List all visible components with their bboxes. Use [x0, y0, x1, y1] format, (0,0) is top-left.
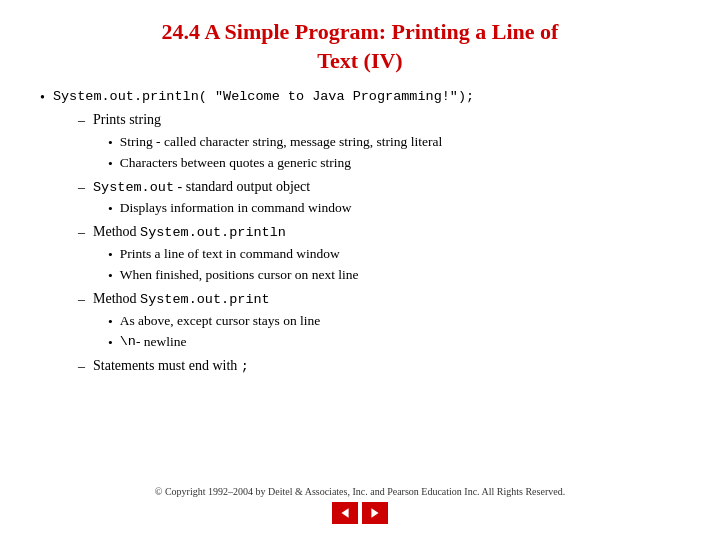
println-mono: System.out.println — [140, 225, 286, 240]
newline-mono: \n — [120, 333, 136, 352]
sub-sub-item: • Prints a line of text in command windo… — [108, 245, 690, 265]
sub-sub-item: • When finished, positions cursor on nex… — [108, 266, 690, 286]
sub-sub-item: • Characters between quotes a generic st… — [108, 154, 690, 174]
print-mono: System.out.print — [140, 292, 270, 307]
sub-item-text: Prints a line of text in command window — [120, 245, 340, 264]
sub-item-text: As above, except cursor stays on line — [120, 312, 321, 331]
section-method-print: – Method System.out.print • As above, ex… — [40, 289, 690, 353]
svg-marker-0 — [341, 508, 348, 518]
system-out-subitems: • Displays information in command window — [108, 199, 690, 219]
sub-item-text: String - called character string, messag… — [120, 133, 442, 152]
sub-item-text: Characters between quotes a generic stri… — [120, 154, 351, 173]
section-label-prints-string: – Prints string — [78, 110, 690, 131]
section-label-method-print: – Method System.out.print — [78, 289, 690, 310]
method-println-subitems: • Prints a line of text in command windo… — [108, 245, 690, 286]
slide-content: • System.out.println( "Welcome to Java P… — [30, 89, 690, 482]
method-print-subitems: • As above, except cursor stays on line … — [108, 312, 690, 353]
next-icon — [369, 507, 381, 519]
semicolon-mono: ; — [241, 359, 249, 374]
sub-sub-item: • String - called character string, mess… — [108, 133, 690, 153]
sub-sub-item: • As above, except cursor stays on line — [108, 312, 690, 332]
next-button[interactable] — [362, 502, 388, 524]
section-label-system-out: – System.out - standard output object — [78, 177, 690, 198]
section-prints-string: – Prints string • String - called charac… — [40, 110, 690, 173]
prints-string-text: Prints string — [93, 112, 161, 127]
section-method-println: – Method System.out.println • Prints a l… — [40, 222, 690, 286]
title-line2: Text (IV) — [317, 48, 402, 73]
nav-buttons — [30, 502, 690, 524]
top-code: System.out.println( "Welcome to Java Pro… — [53, 89, 474, 104]
sub-item-text: Displays information in command window — [120, 199, 352, 218]
sub-item-text: When finished, positions cursor on next … — [120, 266, 359, 285]
sub-sub-item: • \n - newline — [108, 333, 690, 353]
section-label-statements: – Statements must end with ; — [78, 356, 690, 377]
system-out-mono: System.out — [93, 180, 174, 195]
top-bullet: • System.out.println( "Welcome to Java P… — [40, 89, 690, 106]
section-system-out: – System.out - standard output object • … — [40, 177, 690, 220]
title-line1: 24.4 A Simple Program: Printing a Line o… — [162, 19, 559, 44]
system-out-after: - standard output object — [174, 179, 310, 194]
sub-sub-item: • Displays information in command window — [108, 199, 690, 219]
prev-button[interactable] — [332, 502, 358, 524]
slide-title: 24.4 A Simple Program: Printing a Line o… — [30, 18, 690, 75]
prev-icon — [339, 507, 351, 519]
footer: © Copyright 1992–2004 by Deitel & Associ… — [30, 486, 690, 528]
svg-marker-1 — [371, 508, 378, 518]
section-statements: – Statements must end with ; — [40, 356, 690, 377]
copyright-text: © Copyright 1992–2004 by Deitel & Associ… — [155, 486, 565, 497]
section-label-method-println: – Method System.out.println — [78, 222, 690, 243]
prints-string-subitems: • String - called character string, mess… — [108, 133, 690, 174]
slide: 24.4 A Simple Program: Printing a Line o… — [0, 0, 720, 540]
bullet-marker: • — [40, 90, 45, 106]
